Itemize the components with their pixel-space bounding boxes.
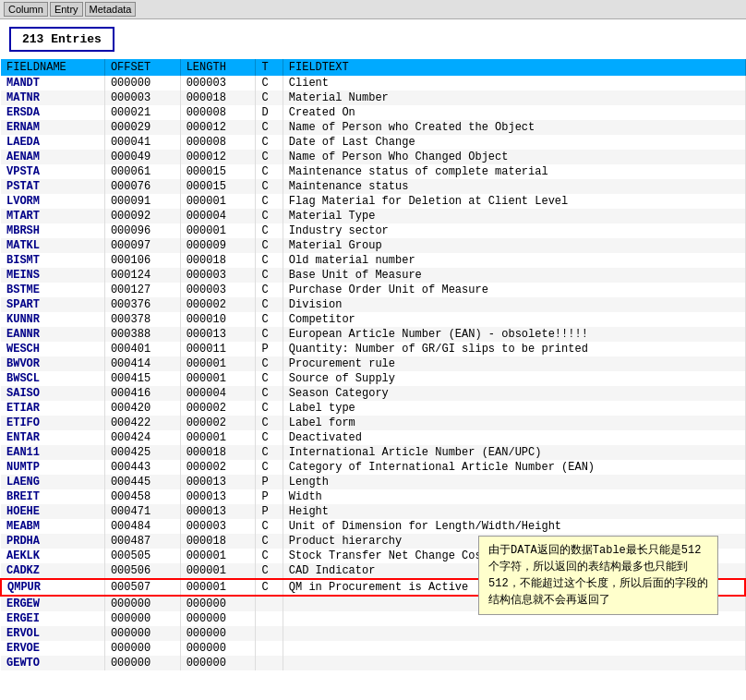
table-row[interactable]: KUNNR000378000010CCompetitor xyxy=(1,312,745,327)
table-row[interactable]: ERVOE000000000000 xyxy=(1,641,745,656)
col-length: LENGTH xyxy=(180,59,256,76)
table-row[interactable]: LAEDA000041000008CDate of Last Change xyxy=(1,135,745,150)
table-row[interactable]: GEWTO000000000000 xyxy=(1,656,745,670)
tooltip-box: 由于DATA返回的数据Table最长只能是512个字符，所以返回的表结构最多也只… xyxy=(478,536,718,615)
table-row[interactable]: ERVOL000000000000 xyxy=(1,626,745,641)
table-row[interactable]: EAN11000425000018CInternational Article … xyxy=(1,445,745,460)
column-button[interactable]: Column xyxy=(4,2,48,17)
entries-count: 213 Entries xyxy=(9,27,114,52)
table-row[interactable]: EANNR000388000013CEuropean Article Numbe… xyxy=(1,327,745,342)
table-row[interactable]: AENAM000049000012CName of Person Who Cha… xyxy=(1,150,745,164)
table-row[interactable]: MEABM000484000003CUnit of Dimension for … xyxy=(1,519,745,534)
table-row[interactable]: ERNAM000029000012CName of Person who Cre… xyxy=(1,120,745,135)
table-row[interactable]: BWSCL000415000001CSource of Supply xyxy=(1,371,745,386)
table-row[interactable]: VPSTA000061000015CMaintenance status of … xyxy=(1,164,745,179)
table-row[interactable]: MATKL000097000009CMaterial Group xyxy=(1,238,745,253)
table-row[interactable]: WESCH000401000011PQuantity: Number of GR… xyxy=(1,342,745,356)
col-t: T xyxy=(256,59,283,76)
table-row[interactable]: ETIAR000420000002CLabel type xyxy=(1,401,745,416)
table-row[interactable]: NUMTP000443000002CCategory of Internatio… xyxy=(1,460,745,475)
table-row[interactable]: BSTME000127000003CPurchase Order Unit of… xyxy=(1,283,745,297)
table-row[interactable]: LAENG000445000013PLength xyxy=(1,475,745,489)
table-row[interactable]: BISMT000106000018COld material number xyxy=(1,253,745,268)
table-row[interactable]: MATNR000003000018CMaterial Number xyxy=(1,91,745,105)
col-offset: OFFSET xyxy=(104,59,180,76)
table-row[interactable]: BWVOR000414000001CProcurement rule xyxy=(1,356,745,371)
table-row[interactable]: ERSDA000021000008DCreated On xyxy=(1,105,745,120)
table-row[interactable]: ETIFO000422000002CLabel form xyxy=(1,416,745,430)
table-row[interactable]: HOEHE000471000013PHeight xyxy=(1,504,745,519)
table-row[interactable]: BREIT000458000013PWidth xyxy=(1,489,745,504)
entry-button[interactable]: Entry xyxy=(50,2,83,17)
table-row[interactable]: MBRSH000096000001CIndustry sector xyxy=(1,223,745,238)
metadata-button[interactable]: Metadata xyxy=(85,2,137,17)
table-header-row: FIELDNAME OFFSET LENGTH T FIELDTEXT xyxy=(1,59,745,76)
table-row[interactable]: MEINS000124000003CBase Unit of Measure xyxy=(1,268,745,283)
table-row[interactable]: LVORM000091000001CFlag Material for Dele… xyxy=(1,194,745,209)
table-row[interactable]: ENTAR000424000001CDeactivated xyxy=(1,430,745,445)
data-table-container[interactable]: FIELDNAME OFFSET LENGTH T FIELDTEXT MAND… xyxy=(0,59,746,670)
table-row[interactable]: SPART000376000002CDivision xyxy=(1,297,745,312)
table-row[interactable]: SAISO000416000004CSeason Category xyxy=(1,386,745,401)
col-fieldtext: FIELDTEXT xyxy=(283,59,745,76)
table-row[interactable]: PSTAT000076000015CMaintenance status xyxy=(1,179,745,194)
table-row[interactable]: MTART000092000004CMaterial Type xyxy=(1,209,745,223)
toolbar: Column Entry Metadata xyxy=(0,0,746,19)
col-fieldname: FIELDNAME xyxy=(1,59,104,76)
table-row[interactable]: MANDT000000000003CClient xyxy=(1,76,745,91)
